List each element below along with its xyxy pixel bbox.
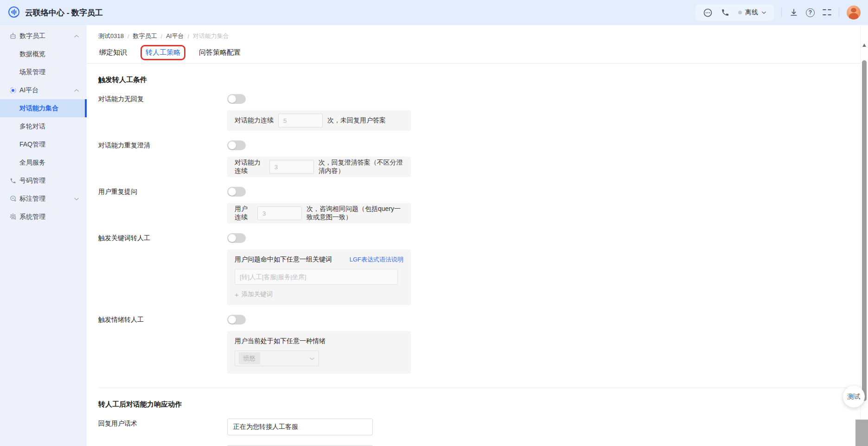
tab-bind-knowledge[interactable]: 绑定知识 — [99, 48, 127, 57]
app-logo-icon — [7, 6, 20, 19]
plus-icon: + — [235, 291, 239, 298]
row-label: 用户重复提问 — [98, 187, 227, 196]
repeat-question-toggle[interactable] — [227, 187, 246, 197]
top-header: 云联络中心 - 数字员工 离线 ? — [0, 0, 868, 25]
phone-call-icon[interactable] — [721, 8, 730, 17]
form-row-reply-script: 回复用户话术 — [98, 419, 851, 435]
repeat-question-count-input — [257, 206, 302, 220]
phone-icon — [9, 177, 17, 185]
tab-transfer-policy-label: 转人工策略 — [146, 48, 180, 56]
apps-grid-icon[interactable] — [822, 8, 831, 17]
sidebar-item-dialog-capability[interactable]: 对话能力集合 — [0, 99, 87, 117]
status-offline-dot — [738, 11, 742, 14]
chevron-up-icon — [74, 33, 79, 39]
annotation-tag-icon — [9, 195, 17, 203]
sidebar-item-label: FAQ管理 — [19, 140, 45, 149]
lgf-syntax-link[interactable]: LGF表达式语法说明 — [350, 255, 403, 264]
reply-script-field — [227, 419, 373, 435]
chevron-down-icon — [74, 196, 79, 202]
header-divider — [781, 8, 782, 17]
breadcrumb-item-current: 对话能力集合 — [193, 32, 229, 40]
keyword-hint: 用户问题命中如下任意一组关键词 — [235, 255, 332, 264]
row-label: 回复用户话术 — [98, 419, 227, 428]
no-reply-count-input — [278, 114, 323, 127]
tab-qa-policy[interactable]: 问答策略配置 — [199, 48, 241, 57]
no-reply-toggle[interactable] — [227, 94, 246, 104]
emotion-trigger-toggle[interactable] — [227, 315, 246, 325]
no-reply-panel: 对话能力连续 次，未回复用户答案 — [227, 110, 411, 131]
help-icon[interactable]: ? — [806, 8, 815, 17]
toggle-knob — [228, 316, 236, 324]
sidebar-item-multi-turn-dialog[interactable]: 多轮对话 — [0, 117, 87, 135]
tab-transfer-policy[interactable]: 转人工策略 — [146, 48, 180, 57]
chevron-up-icon — [74, 88, 79, 93]
main-content: 测试0318 / 数字员工 / AI平台 / 对话能力集合 绑定知识 转人工策略… — [87, 25, 860, 446]
toggle-knob — [228, 95, 236, 103]
breadcrumb-item[interactable]: 测试0318 — [98, 32, 124, 40]
user-avatar[interactable] — [847, 6, 861, 19]
agent-status-pill: 离线 — [696, 4, 774, 21]
panel-prefix: 对话能力连续 — [235, 116, 274, 125]
sidebar-item-label: 标注管理 — [19, 195, 45, 203]
status-dropdown[interactable]: 离线 — [738, 8, 766, 17]
row-label: 对话能力无回复 — [98, 94, 227, 103]
sidebar-item-label: 号码管理 — [19, 177, 45, 185]
emotion-select: 愤怒 — [235, 350, 319, 366]
scrollbar-up-arrow[interactable] — [862, 42, 866, 47]
sidebar-item-label: 系统管理 — [19, 213, 45, 221]
status-label: 离线 — [745, 8, 758, 17]
add-keyword-label: 添加关键词 — [242, 290, 273, 299]
breadcrumb-item[interactable]: AI平台 — [166, 32, 184, 40]
form-row-keyword-trigger: 触发关键词转人工 用户问题命中如下任意一组关键词 LGF表达式语法说明 + 添加… — [98, 233, 851, 305]
sidebar-item-label: 对话能力集合 — [19, 104, 58, 113]
keyword-input — [235, 269, 398, 285]
add-keyword-button[interactable]: + 添加关键词 — [235, 290, 403, 299]
reply-script-input[interactable] — [233, 423, 367, 431]
test-float-button[interactable]: 测试 — [843, 386, 865, 408]
panel-suffix: 次，咨询相同问题（包括query一致或意图一致） — [306, 205, 403, 222]
sidebar-item-label: 场景管理 — [19, 68, 45, 76]
sidebar-item-annotation-management[interactable]: 标注管理 — [0, 190, 87, 208]
form-row-no-reply: 对话能力无回复 对话能力连续 次，未回复用户答案 — [98, 94, 851, 131]
chat-message-icon[interactable] — [703, 8, 712, 17]
breadcrumb-item[interactable]: 数字员工 — [133, 32, 157, 40]
download-icon[interactable] — [789, 8, 798, 17]
panel-prefix: 用户连续 — [235, 205, 253, 222]
header-divider-2 — [839, 8, 839, 17]
scrollbar-thumb[interactable] — [862, 60, 867, 401]
breadcrumb-separator: / — [161, 33, 163, 40]
repeat-question-panel: 用户连续 次，咨询相同问题（包括query一致或意图一致） — [227, 203, 411, 223]
sidebar-item-label: 全局服务 — [19, 159, 45, 167]
response-section-title: 转人工后对话能力响应动作 — [98, 400, 851, 409]
sidebar-item-faq-management[interactable]: FAQ管理 — [0, 135, 87, 153]
sidebar-nav: 数字员工 数据概览 场景管理 AI平台 对话能力集合 多轮对话 FAQ管理 全局… — [0, 25, 87, 446]
sidebar-item-digital-employee[interactable]: 数字员工 — [0, 27, 87, 45]
sidebar-item-data-overview[interactable]: 数据概览 — [0, 45, 87, 63]
form-row-repeat-clarify: 对话能力重复澄清 对话能力连续 次，回复澄清答案（不区分澄清内容） — [98, 140, 851, 177]
row-label: 触发关键词转人工 — [98, 233, 227, 242]
tab-bar: 绑定知识 转人工策略 问答策略配置 — [98, 48, 851, 63]
gear-icon — [9, 213, 17, 221]
toggle-knob — [228, 234, 236, 242]
breadcrumb: 测试0318 / 数字员工 / AI平台 / 对话能力集合 — [98, 25, 851, 40]
repeat-clarify-toggle[interactable] — [227, 140, 246, 150]
sidebar-item-scene-management[interactable]: 场景管理 — [0, 63, 87, 81]
repeat-clarify-count-input — [269, 160, 314, 174]
toggle-knob — [228, 188, 236, 196]
breadcrumb-separator: / — [128, 33, 129, 40]
tab-divider — [87, 63, 860, 64]
row-label: 对话能力重复澄清 — [98, 140, 227, 150]
sidebar-item-label: 数据概览 — [19, 50, 45, 58]
sidebar-item-number-management[interactable]: 号码管理 — [0, 172, 87, 190]
form-row-emotion-trigger: 触发情绪转人工 用户当前处于如下任意一种情绪 愤怒 — [98, 315, 851, 374]
scrollbar-corner — [855, 420, 868, 446]
sidebar-item-ai-platform[interactable]: AI平台 — [0, 81, 87, 99]
robot-icon — [9, 32, 17, 40]
sidebar-item-global-service[interactable]: 全局服务 — [0, 153, 87, 172]
sidebar-item-system-management[interactable]: 系统管理 — [0, 208, 87, 226]
page: 云联络中心 - 数字员工 离线 ? — [0, 0, 868, 446]
vertical-scrollbar[interactable] — [860, 25, 868, 420]
sidebar-item-label: 多轮对话 — [19, 122, 45, 131]
keyword-trigger-toggle[interactable] — [227, 233, 246, 243]
chevron-down-icon — [761, 11, 766, 14]
